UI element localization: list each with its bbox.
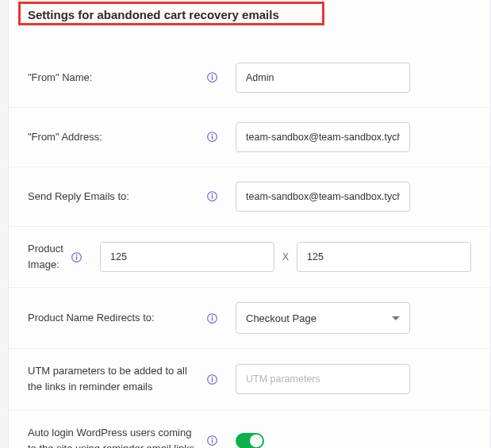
svg-rect-5: [212, 136, 213, 140]
utm-label: UTM parameters to be added to all the li…: [28, 363, 200, 395]
reply-to-label: Send Reply Emails to:: [28, 189, 129, 205]
redirect-selected: Checkout Page: [246, 312, 316, 324]
dimension-separator: X: [282, 251, 289, 262]
settings-panel: Settings for abandoned cart recovery ema…: [8, 0, 491, 448]
heading-container: Settings for abandoned cart recovery ema…: [9, 0, 490, 28]
control-col: Checkout Page: [224, 302, 471, 334]
svg-point-4: [212, 134, 213, 136]
info-icon[interactable]: [71, 251, 82, 263]
redirect-select[interactable]: Checkout Page: [236, 302, 410, 334]
from-name-input[interactable]: [236, 63, 410, 93]
svg-point-19: [212, 438, 213, 439]
info-icon[interactable]: [206, 435, 218, 446]
chevron-down-icon: [392, 316, 400, 320]
svg-point-7: [212, 193, 213, 195]
info-icon[interactable]: [206, 131, 218, 143]
info-icon[interactable]: [206, 190, 218, 202]
label-col: Product Image:: [28, 241, 89, 273]
from-name-label: "From" Name:: [28, 70, 92, 86]
row-product-image: Product Image: X: [9, 227, 490, 288]
reply-to-input[interactable]: [236, 182, 410, 212]
toggle-knob: [250, 435, 263, 447]
row-redirect: Product Name Redirects to: Checkout Page: [9, 288, 490, 349]
svg-rect-14: [212, 317, 213, 320]
svg-point-13: [212, 316, 213, 317]
row-autologin: Auto login WordPress users coming to the…: [9, 411, 490, 448]
label-col: UTM parameters to be added to all the li…: [28, 363, 224, 395]
label-col: "From" Address:: [28, 129, 224, 145]
row-from-name: "From" Name:: [9, 48, 490, 108]
svg-rect-20: [212, 440, 213, 443]
image-width-input[interactable]: [100, 242, 274, 272]
info-icon[interactable]: [206, 373, 218, 385]
svg-point-10: [76, 254, 78, 255]
autologin-label: Auto login WordPress users coming to the…: [28, 425, 200, 448]
control-col: X: [89, 242, 471, 272]
image-height-input[interactable]: [297, 242, 471, 272]
settings-rows: "From" Name: "From" Address: S: [9, 28, 490, 448]
label-col: Product Name Redirects to:: [28, 310, 224, 326]
row-utm: UTM parameters to be added to all the li…: [9, 349, 490, 410]
autologin-toggle[interactable]: [236, 433, 264, 448]
row-from-address: "From" Address:: [9, 108, 490, 167]
product-image-label: Product Image:: [28, 241, 64, 273]
svg-point-16: [212, 377, 213, 378]
from-address-input[interactable]: [236, 122, 410, 152]
label-col: Send Reply Emails to:: [28, 189, 224, 205]
control-col: [224, 182, 471, 212]
info-icon[interactable]: [206, 71, 218, 83]
svg-rect-11: [76, 256, 77, 259]
redirect-select-wrap: Checkout Page: [236, 302, 410, 334]
utm-input[interactable]: [236, 364, 410, 394]
info-icon[interactable]: [206, 312, 218, 324]
svg-rect-17: [212, 378, 213, 381]
row-reply-to: Send Reply Emails to:: [9, 167, 490, 227]
svg-point-1: [212, 75, 213, 76]
label-col: "From" Name:: [28, 70, 224, 86]
from-address-label: "From" Address:: [28, 129, 102, 145]
svg-rect-8: [212, 196, 213, 199]
control-col: [224, 63, 471, 93]
control-col: [224, 122, 471, 152]
page-title: Settings for abandoned cart recovery ema…: [9, 0, 490, 28]
label-col: Auto login WordPress users coming to the…: [28, 425, 224, 448]
control-col: [224, 433, 471, 448]
svg-rect-2: [212, 77, 213, 80]
redirect-label: Product Name Redirects to:: [28, 310, 155, 326]
control-col: [224, 364, 471, 394]
